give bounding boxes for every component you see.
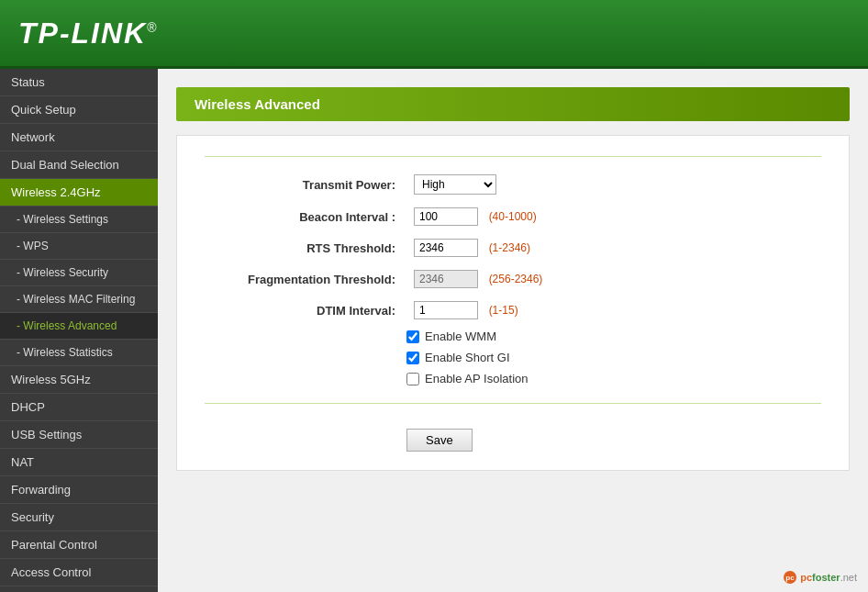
sidebar-item-wireless-stats[interactable]: - Wireless Statistics (0, 340, 158, 366)
save-button[interactable]: Save (406, 429, 473, 452)
enable-ap-isolation-row: Enable AP Isolation (406, 368, 821, 389)
dtim-interval-label: DTIM Interval: (205, 295, 406, 326)
frag-threshold-input[interactable] (414, 270, 478, 288)
enable-short-gi-row: Enable Short GI (406, 347, 821, 368)
dtim-interval-row: DTIM Interval: (1-15) (205, 295, 821, 326)
sidebar-item-parental-control[interactable]: Parental Control (0, 531, 158, 559)
enable-ap-isolation-checkbox[interactable] (406, 373, 419, 385)
main-content: Wireless Advanced Transmit Power: High M… (158, 69, 868, 592)
logo-reg: ® (147, 20, 158, 35)
enable-ap-isolation-label: Enable AP Isolation (425, 372, 529, 385)
sidebar-item-wps[interactable]: - WPS (0, 233, 158, 260)
watermark-foster: foster (812, 572, 840, 583)
beacon-interval-label: Beacon Interval : (205, 201, 406, 232)
enable-wmm-checkbox[interactable] (406, 330, 419, 343)
rts-threshold-input[interactable] (414, 239, 478, 257)
transmit-power-label: Transmit Power: (205, 168, 406, 201)
frag-threshold-hint: (256-2346) (489, 273, 543, 285)
sidebar-item-security[interactable]: Security (0, 504, 158, 531)
sidebar-item-wireless-security[interactable]: - Wireless Security (0, 260, 158, 286)
enable-wmm-row: Enable WMM (406, 326, 821, 347)
sidebar-item-network[interactable]: Network (0, 124, 158, 151)
rts-threshold-hint: (1-2346) (489, 241, 530, 254)
enable-wmm-label: Enable WMM (425, 330, 496, 343)
frag-threshold-label: Fragmentation Threshold: (205, 263, 406, 295)
beacon-interval-cell: (40-1000) (406, 201, 821, 232)
dtim-interval-input[interactable] (414, 301, 478, 319)
transmit-power-row: Transmit Power: High Middle Low (205, 168, 821, 201)
beacon-interval-row: Beacon Interval : (40-1000) (205, 201, 821, 232)
frag-threshold-cell: (256-2346) (406, 263, 821, 295)
watermark-text: pcfoster.net (800, 572, 857, 583)
sidebar-item-wireless-settings[interactable]: - Wireless Settings (0, 207, 158, 233)
sidebar-item-wireless-advanced[interactable]: - Wireless Advanced (0, 313, 158, 340)
logo: TP-LINK® (18, 17, 159, 50)
sidebar-item-wireless-5[interactable]: Wireless 5GHz (0, 366, 158, 394)
watermark-pc: pc (800, 572, 812, 583)
transmit-power-select[interactable]: High Middle Low (414, 174, 496, 195)
logo-text: TP-LINK (18, 17, 147, 50)
frag-threshold-row: Fragmentation Threshold: (256-2346) (205, 263, 821, 295)
watermark-suffix: .net (840, 572, 857, 583)
transmit-power-cell: High Middle Low (406, 168, 821, 201)
top-divider (205, 156, 821, 157)
beacon-interval-hint: (40-1000) (489, 210, 537, 223)
sidebar-item-wireless-mac[interactable]: - Wireless MAC Filtering (0, 286, 158, 313)
dtim-interval-cell: (1-15) (406, 295, 821, 326)
sidebar-item-forwarding[interactable]: Forwarding (0, 476, 158, 504)
sidebar-item-wireless-24[interactable]: Wireless 2.4GHz (0, 179, 158, 207)
sidebar-item-nat[interactable]: NAT (0, 449, 158, 476)
sidebar-item-dual-band[interactable]: Dual Band Selection (0, 151, 158, 179)
content-area: Transmit Power: High Middle Low Beacon I… (176, 135, 850, 471)
sidebar-item-access-control[interactable]: Access Control (0, 559, 158, 586)
enable-short-gi-label: Enable Short GI (425, 351, 510, 364)
rts-threshold-label: RTS Threshold: (205, 232, 406, 263)
sidebar-item-status[interactable]: Status (0, 69, 158, 96)
rts-threshold-row: RTS Threshold: (1-2346) (205, 232, 821, 263)
watermark: pc pcfoster.net (783, 570, 857, 585)
enable-short-gi-checkbox[interactable] (406, 352, 419, 364)
sidebar-item-quick-setup[interactable]: Quick Setup (0, 96, 158, 124)
settings-table: Transmit Power: High Middle Low Beacon I… (205, 168, 821, 326)
header: TP-LINK® (0, 0, 868, 69)
rts-threshold-cell: (1-2346) (406, 232, 821, 263)
svg-text:pc: pc (786, 574, 796, 582)
bottom-divider (205, 403, 821, 404)
dtim-interval-hint: (1-15) (489, 304, 518, 317)
watermark-icon: pc (783, 570, 797, 585)
sidebar-item-advanced-routing[interactable]: Advanced Routing (0, 586, 158, 592)
sidebar-item-dhcp[interactable]: DHCP (0, 394, 158, 421)
sidebar-item-usb-settings[interactable]: USB Settings (0, 421, 158, 449)
sidebar: Status Quick Setup Network Dual Band Sel… (0, 69, 158, 592)
beacon-interval-input[interactable] (414, 207, 478, 226)
layout: Status Quick Setup Network Dual Band Sel… (0, 69, 868, 592)
page-title: Wireless Advanced (176, 87, 850, 121)
